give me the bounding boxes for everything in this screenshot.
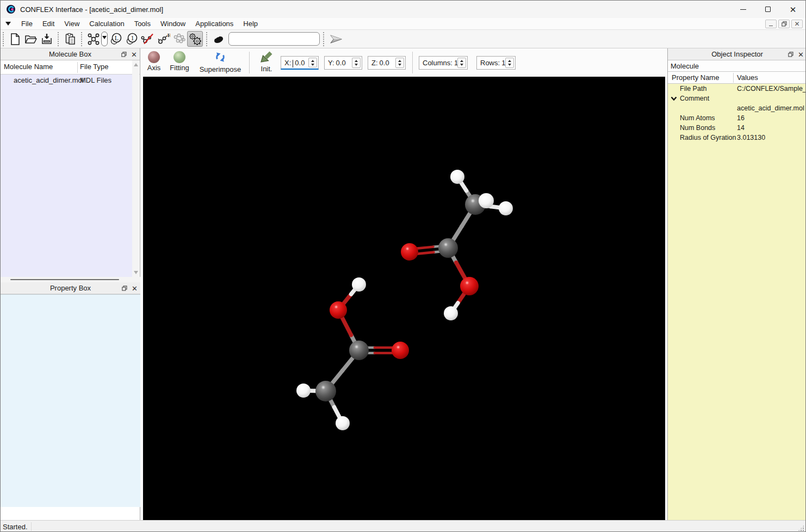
atom-c[interactable]	[349, 341, 369, 360]
circle-1-button[interactable]: 1	[124, 31, 140, 47]
spin-down-icon[interactable]	[460, 64, 463, 66]
spin-down-icon[interactable]	[311, 64, 314, 66]
property-row-num-bonds[interactable]: Num Bonds 14	[668, 123, 806, 133]
menu-edit[interactable]: Edit	[38, 18, 59, 29]
command-input[interactable]	[228, 32, 320, 46]
x-spinner-buttons[interactable]	[308, 58, 317, 67]
atom-h[interactable]	[336, 416, 350, 430]
spin-down-icon[interactable]	[398, 64, 401, 66]
vertical-scrollbar[interactable]	[132, 60, 139, 277]
add-hydrogen-button[interactable]: H	[156, 31, 171, 47]
spin-up-icon[interactable]	[355, 60, 358, 62]
measure-check-button[interactable]	[140, 31, 156, 47]
atom-h[interactable]	[499, 201, 513, 215]
chevron-down-icon[interactable]	[671, 96, 677, 101]
y-spinner-buttons[interactable]	[352, 58, 361, 68]
toolbar-drag-handle[interactable]	[3, 32, 4, 46]
float-panel-icon[interactable]	[122, 286, 127, 291]
columns-spinbox[interactable]: Columns: 1	[419, 56, 468, 70]
atom-o[interactable]	[330, 301, 347, 319]
atom-c[interactable]	[438, 238, 458, 258]
x-spinbox[interactable]: X: 0.0	[281, 56, 319, 70]
mdi-close-button[interactable]: ✕	[791, 20, 803, 28]
inspector-object-tab[interactable]: Molecule	[668, 60, 806, 72]
superimpose-button[interactable]: Superimpose	[197, 50, 244, 73]
float-panel-icon[interactable]	[788, 52, 793, 57]
minimize-button[interactable]	[730, 1, 755, 18]
atom-o[interactable]	[401, 243, 418, 261]
atom-h[interactable]	[450, 170, 464, 184]
columns-spinner-buttons[interactable]	[457, 58, 466, 68]
molecule-network-button[interactable]	[171, 31, 187, 47]
atom-h[interactable]	[479, 193, 494, 208]
spin-up-icon[interactable]	[460, 60, 463, 62]
molecule-render[interactable]	[143, 77, 665, 520]
close-panel-icon[interactable]: ✕	[798, 51, 804, 58]
property-row-comment-value[interactable]: acetic_acid_dimer.mol	[668, 103, 806, 113]
object-inspector-title: Object Inspector	[668, 50, 806, 58]
property-row-radius-of-gyration[interactable]: Radius of Gyration 3.013130	[668, 133, 806, 143]
property-row-file-path[interactable]: File Path C:/CONFLEX/Sample_...	[668, 84, 806, 94]
scroll-down-icon[interactable]	[134, 271, 138, 274]
molecule-box-titlebar[interactable]: Molecule Box ✕	[1, 48, 140, 60]
column-values[interactable]: Values	[737, 73, 758, 82]
rows-spinner-buttons[interactable]	[505, 58, 514, 68]
init-button[interactable]: Init.	[256, 50, 277, 73]
menu-applications[interactable]: Applications	[190, 18, 238, 29]
atom-h[interactable]	[444, 306, 458, 320]
spin-up-icon[interactable]	[311, 60, 314, 62]
new-file-button[interactable]	[7, 31, 23, 47]
menu-view[interactable]: View	[59, 18, 84, 29]
atom-o[interactable]	[392, 342, 409, 359]
maximize-button[interactable]	[755, 1, 780, 18]
build-molecule-button[interactable]	[85, 31, 101, 47]
atom-o[interactable]	[460, 277, 479, 295]
rows-spinbox[interactable]: Rows: 1	[476, 56, 516, 70]
atom-c[interactable]	[315, 381, 336, 401]
mdi-minimize-button[interactable]	[765, 20, 777, 28]
property-box-titlebar[interactable]: Property Box ✕	[1, 282, 140, 294]
column-property-name[interactable]: Property Name	[672, 73, 719, 82]
spin-down-icon[interactable]	[508, 64, 511, 66]
close-button[interactable]: ✕	[780, 1, 805, 18]
y-spinbox[interactable]: Y: 0.0	[324, 56, 362, 70]
run-button[interactable]	[327, 31, 343, 47]
build-molecule-dropdown[interactable]	[101, 32, 108, 46]
menu-file[interactable]: File	[16, 18, 38, 29]
z-spinbox[interactable]: Z: 0.0	[368, 56, 406, 70]
molecule-list-item[interactable]: acetic_acid_dimer.mol MDL Files	[1, 75, 133, 86]
mdi-restore-button[interactable]	[778, 20, 790, 28]
horizontal-scrollbar[interactable]	[1, 277, 140, 282]
molecule-3d-viewport[interactable]	[143, 77, 665, 520]
fitting-button[interactable]: Fitting	[166, 50, 193, 72]
menu-corner-dropdown-icon[interactable]	[5, 22, 11, 26]
resize-grip[interactable]	[798, 525, 804, 531]
menu-calculation[interactable]: Calculation	[84, 18, 129, 29]
circle-l-button[interactable]: L	[108, 31, 124, 47]
column-molecule-name[interactable]: Molecule Name	[4, 63, 53, 71]
open-folder-button[interactable]	[23, 31, 39, 47]
property-row-comment[interactable]: Comment	[668, 94, 806, 103]
eraser-button[interactable]	[210, 31, 226, 47]
menu-window[interactable]: Window	[156, 18, 190, 29]
close-panel-icon[interactable]: ✕	[131, 51, 137, 58]
spin-up-icon[interactable]	[398, 60, 401, 62]
atom-h[interactable]	[296, 383, 311, 398]
settings-gears-button[interactable]	[187, 31, 203, 47]
property-row-num-atoms[interactable]: Num Atoms 16	[668, 113, 806, 123]
paste-button[interactable]	[62, 31, 78, 47]
column-file-type[interactable]: File Type	[80, 63, 109, 71]
axis-button[interactable]: Axis	[144, 50, 164, 72]
close-panel-icon[interactable]: ✕	[132, 285, 138, 292]
object-inspector-titlebar[interactable]: Object Inspector ✕	[668, 48, 806, 60]
z-spinner-buttons[interactable]	[395, 58, 404, 68]
horizontal-scroll-thumb[interactable]	[10, 279, 119, 280]
spin-up-icon[interactable]	[508, 60, 511, 62]
spin-down-icon[interactable]	[355, 64, 358, 66]
scroll-up-icon[interactable]	[134, 63, 138, 66]
menu-tools[interactable]: Tools	[129, 18, 156, 29]
atom-h[interactable]	[352, 277, 366, 292]
float-panel-icon[interactable]	[121, 52, 127, 57]
menu-help[interactable]: Help	[238, 18, 263, 29]
save-button[interactable]	[39, 31, 54, 47]
